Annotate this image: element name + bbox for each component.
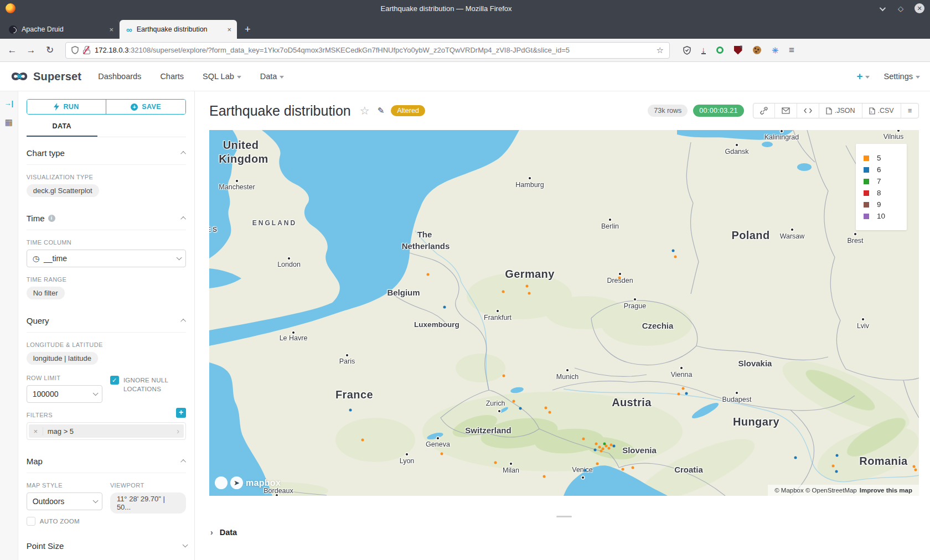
earthquake-point[interactable] [914, 469, 917, 471]
url-bar[interactable]: 172.18.0.3:32108/superset/explore/?form_… [65, 42, 670, 59]
tracking-shield-icon[interactable] [71, 46, 79, 54]
earthquake-point[interactable] [832, 465, 835, 468]
email-button[interactable] [775, 103, 797, 118]
earthquake-point[interactable] [613, 445, 616, 448]
earthquake-point[interactable] [685, 392, 688, 395]
nav-data[interactable]: Data [260, 72, 285, 81]
edit-properties-icon[interactable]: ✎ [378, 106, 385, 116]
bookmark-star-icon[interactable]: ☆ [657, 45, 664, 55]
earthquake-point[interactable] [632, 466, 634, 469]
earthquake-point[interactable] [682, 387, 685, 390]
earthquake-point[interactable] [594, 449, 597, 452]
earthquake-point[interactable] [605, 445, 608, 448]
earthquake-point[interactable] [598, 446, 601, 449]
collapse-panel-icon[interactable]: →| [4, 99, 14, 107]
lonlat-value[interactable]: longitude | latitude [27, 352, 98, 365]
time-column-select[interactable]: ◷ __time [27, 250, 186, 267]
earthquake-point[interactable] [582, 438, 585, 440]
earthquake-point[interactable] [528, 292, 531, 295]
time-range-value[interactable]: No filter [27, 287, 65, 299]
row-limit-select[interactable]: 100000 [27, 385, 102, 403]
altered-badge[interactable]: Altered [391, 105, 425, 116]
earthquake-point[interactable] [494, 462, 497, 464]
add-new-button[interactable]: + [856, 70, 869, 82]
earthquake-point[interactable] [443, 306, 446, 309]
section-point-size[interactable]: Point Size [27, 530, 186, 557]
export-csv-button[interactable]: x .CSV [862, 103, 901, 118]
filter-item[interactable]: × mag > 5 › [27, 422, 186, 440]
earthquake-point[interactable] [622, 468, 624, 471]
expand-filter-icon[interactable]: › [177, 427, 184, 435]
attribution-text[interactable]: © Mapbox © OpenStreetMap [774, 487, 857, 494]
nav-charts[interactable]: Charts [160, 72, 184, 81]
embed-code-button[interactable] [797, 103, 819, 118]
earthquake-point[interactable] [596, 463, 599, 465]
run-button[interactable]: RUN [27, 100, 106, 114]
earthquake-point[interactable] [836, 454, 839, 457]
data-panel-toggle[interactable]: › Data [209, 520, 919, 537]
earthquake-point[interactable] [513, 400, 515, 403]
forward-button[interactable]: → [24, 45, 38, 56]
splitter-handle-icon[interactable] [556, 516, 572, 517]
back-button[interactable]: ← [6, 45, 19, 56]
window-maximize-icon[interactable]: ◇ [896, 4, 906, 13]
panel-splitter[interactable] [209, 496, 919, 520]
superset-brand[interactable]: Superset [10, 69, 81, 84]
section-query[interactable]: Query [27, 305, 186, 333]
earthquake-point[interactable] [584, 469, 587, 472]
filter-value[interactable]: mag > 5 [43, 427, 177, 435]
reload-button[interactable]: ↻ [43, 44, 56, 56]
viz-type-value[interactable]: deck.gl Scatterplot [27, 184, 99, 197]
section-chart-type[interactable]: Chart type [27, 137, 186, 165]
new-tab-button[interactable]: + [245, 24, 251, 35]
earthquake-point[interactable] [913, 465, 916, 468]
insecure-lock-icon[interactable] [83, 46, 90, 54]
tab-close-icon[interactable]: × [109, 25, 113, 34]
tab-data[interactable]: DATA [27, 122, 97, 137]
remove-filter-icon[interactable]: × [29, 427, 43, 435]
pocket-shield-icon[interactable] [683, 46, 691, 55]
url-text[interactable]: 172.18.0.3:32108/superset/explore/?form_… [95, 46, 652, 54]
earthquake-point[interactable] [519, 407, 522, 410]
deckgl-map[interactable]: UnitedKingdomENGLANDESManchesterLondonTh… [209, 130, 919, 496]
favorite-star-icon[interactable]: ☆ [360, 104, 370, 117]
export-json-button[interactable]: .JSON [819, 103, 862, 118]
viewport-value[interactable]: 11° 28' 29.70" | 50... [110, 492, 186, 514]
earthquake-point[interactable] [600, 450, 603, 453]
ignore-null-checkbox[interactable]: ✓ [110, 376, 119, 385]
section-map[interactable]: Map [27, 445, 186, 473]
earthquake-point[interactable] [526, 285, 529, 288]
save-button[interactable]: + SAVE [106, 100, 185, 114]
nav-dashboards[interactable]: Dashboards [98, 72, 141, 81]
earthquake-point[interactable] [503, 375, 505, 377]
cookie-extension-icon[interactable] [753, 46, 761, 54]
earthquake-point[interactable] [502, 291, 505, 293]
earthquake-point[interactable] [349, 409, 352, 412]
nav-sql-lab[interactable]: SQL Lab [203, 72, 241, 81]
more-options-button[interactable]: ≡ [901, 103, 918, 118]
earthquake-point[interactable] [603, 443, 606, 445]
earthquake-point[interactable] [361, 439, 364, 442]
window-minimize-icon[interactable] [877, 4, 887, 13]
earthquake-point[interactable] [835, 470, 838, 473]
share-link-button[interactable] [753, 103, 775, 118]
window-close-icon[interactable]: ✕ [914, 3, 924, 13]
earthquake-point[interactable] [549, 411, 551, 414]
dataset-grid-icon[interactable]: ▦ [5, 117, 13, 127]
earthquake-point[interactable] [543, 475, 546, 478]
improve-map-link[interactable]: Improve this map [860, 487, 912, 494]
pinwheel-extension-icon[interactable]: ✳ [772, 45, 779, 55]
earthquake-point[interactable] [427, 273, 430, 276]
tab-earthquake-distribution[interactable]: ∞ Earthquake distribution × [120, 20, 237, 39]
map-style-select[interactable]: Outdoors [27, 492, 102, 510]
auto-zoom-checkbox[interactable] [27, 517, 35, 526]
downloads-icon[interactable]: ↓ [701, 46, 706, 54]
earthquake-point[interactable] [678, 393, 680, 396]
extension-green-icon[interactable] [716, 46, 724, 54]
earthquake-point[interactable] [595, 443, 598, 445]
earthquake-point[interactable] [672, 250, 675, 252]
earthquake-point[interactable] [674, 256, 677, 258]
earthquake-point[interactable] [794, 457, 797, 459]
add-filter-button[interactable]: + [176, 408, 186, 418]
menu-icon[interactable]: ≡ [789, 45, 794, 56]
